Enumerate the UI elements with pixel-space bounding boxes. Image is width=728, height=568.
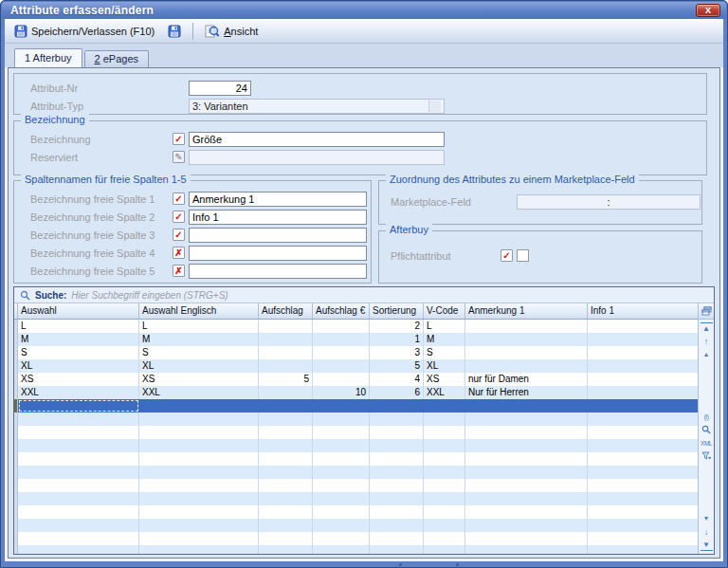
grid-row[interactable] [14, 492, 698, 505]
grid-cell[interactable] [465, 519, 588, 532]
grid-cell[interactable] [465, 479, 588, 492]
grid-cell[interactable] [465, 426, 588, 439]
flag-check-icon[interactable]: ✓ [173, 229, 185, 241]
grid-cell[interactable] [424, 545, 465, 554]
attribut-nr-input[interactable] [189, 81, 251, 96]
grid-cell[interactable]: 2 [370, 320, 424, 333]
grid-cell[interactable] [139, 492, 259, 505]
grid-cell[interactable] [424, 492, 465, 505]
grid-cell[interactable] [370, 412, 424, 426]
grid-cell[interactable]: Nur für Herren [465, 386, 588, 399]
grid-cell[interactable] [259, 359, 313, 373]
grid-cell[interactable] [588, 320, 698, 333]
grid-cell[interactable] [139, 505, 259, 519]
grid-cell[interactable] [465, 359, 588, 373]
grid-row[interactable] [14, 439, 698, 452]
grid-row[interactable] [14, 479, 698, 492]
flag-cross-icon[interactable]: ✗ [173, 265, 185, 277]
grid-cell[interactable]: 4 [370, 373, 424, 386]
grid-cell[interactable] [465, 492, 588, 505]
grid-cell[interactable] [313, 479, 370, 492]
grid-cell[interactable]: 5 [259, 373, 313, 386]
grid-cell[interactable] [465, 532, 588, 545]
grid-cell[interactable]: M [18, 333, 139, 346]
grid-cell[interactable] [259, 426, 313, 439]
flag-check-icon[interactable]: ✓ [173, 192, 185, 205]
grid-cell[interactable] [18, 466, 139, 479]
grid-cell[interactable] [259, 386, 313, 399]
grid-cell[interactable]: XXL [18, 386, 139, 399]
grid-cell[interactable] [313, 346, 370, 359]
grid-cell[interactable]: XL [18, 359, 139, 373]
grid-cell[interactable] [588, 466, 698, 479]
column-header[interactable]: Aufschlag € [313, 303, 370, 319]
grid-cell[interactable]: M [424, 333, 465, 346]
grid-row[interactable] [14, 466, 698, 479]
grid-cell[interactable] [588, 412, 698, 426]
save-exit-button[interactable]: Speichern/Verlassen (F10) [9, 22, 160, 41]
filter-icon[interactable] [701, 451, 713, 463]
column-header[interactable]: V-Code [424, 303, 465, 319]
grid-row[interactable] [14, 426, 698, 439]
spalte-input[interactable] [189, 192, 367, 207]
grid-cell[interactable] [424, 412, 465, 426]
grid-cell[interactable] [313, 439, 370, 452]
grid-cell[interactable] [18, 545, 139, 554]
grid-cell[interactable] [424, 399, 465, 412]
grid-row[interactable]: MM1M [14, 333, 698, 346]
grid-cell[interactable] [259, 320, 313, 333]
grid-cell[interactable] [313, 505, 370, 519]
column-header[interactable]: Info 1 [588, 303, 698, 319]
grid-cell[interactable] [370, 492, 424, 505]
flag-check-icon[interactable]: ✓ [173, 211, 185, 223]
column-header[interactable]: Sortierung [370, 303, 424, 319]
ansicht-button[interactable]: Ansicht [199, 22, 264, 41]
grid-cell[interactable] [424, 519, 465, 532]
grid-cell[interactable] [139, 399, 259, 412]
grid-cell[interactable] [259, 412, 313, 426]
nav-last-record-icon[interactable]: ▼ [701, 540, 713, 551]
nav-prev-record-icon[interactable]: ▴ [701, 349, 713, 360]
grid-cell[interactable]: 1 [370, 333, 424, 346]
grid-cell[interactable] [259, 466, 313, 479]
grid-cell[interactable] [259, 532, 313, 545]
grid-search-input[interactable]: Suche: Hier Suchbegriff eingeben (STRG+S… [14, 287, 714, 303]
grid-cell[interactable] [313, 320, 370, 333]
grid-cell[interactable] [465, 320, 588, 333]
nav-page-up-icon[interactable]: ↑ [701, 336, 713, 347]
grid-cell[interactable]: S [424, 346, 465, 359]
grid-cell[interactable] [465, 466, 588, 479]
tab-epages[interactable]: 2 ePages [84, 50, 150, 67]
grid-cell[interactable] [424, 532, 465, 545]
grid-cell[interactable]: S [139, 346, 259, 359]
grid-cell[interactable] [588, 333, 698, 346]
grid-cell[interactable] [588, 479, 698, 492]
grid-cell[interactable] [139, 439, 259, 452]
tab-afterbuy[interactable]: 1 Afterbuy [14, 48, 82, 67]
spalte-input[interactable] [189, 264, 367, 279]
grid-cell[interactable]: XL [424, 359, 465, 373]
grid-cell[interactable] [139, 532, 259, 545]
grid-cell[interactable] [18, 399, 139, 412]
grid-row[interactable] [14, 452, 698, 466]
grid-cell[interactable]: M [139, 333, 259, 346]
spalte-input[interactable] [189, 228, 367, 243]
flag-cross-icon[interactable]: ✗ [173, 247, 185, 259]
grid-row[interactable]: XXLXXL106XXLNur für Herren [14, 386, 698, 399]
grid-cell[interactable] [313, 412, 370, 426]
grid-cell[interactable] [370, 519, 424, 532]
grid-cell[interactable] [313, 466, 370, 479]
grid-search-icon[interactable] [701, 425, 713, 436]
grid-cell[interactable] [370, 426, 424, 439]
grid-cell[interactable] [465, 412, 588, 426]
grid-row[interactable] [14, 505, 698, 519]
grid-cell[interactable] [465, 545, 588, 554]
grid-cell[interactable] [18, 452, 139, 466]
grid-cell[interactable] [313, 333, 370, 346]
spalte-input[interactable] [189, 210, 367, 225]
grid-cell[interactable] [139, 452, 259, 466]
grid-cell[interactable] [313, 452, 370, 466]
grid-cell[interactable]: XXL [424, 386, 465, 399]
titlebar[interactable]: Attribute erfassen/ändern X [2, 2, 726, 19]
save-button[interactable] [162, 22, 187, 41]
